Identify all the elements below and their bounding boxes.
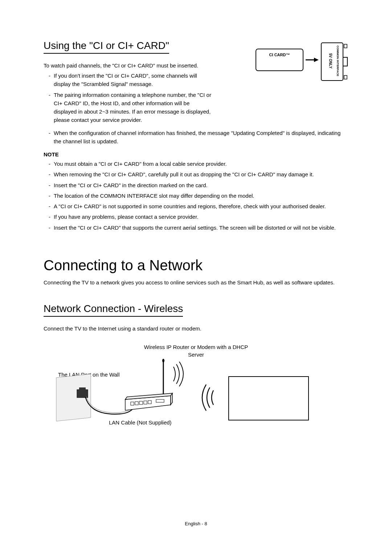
ci-card-label: CI CARD™	[269, 53, 290, 57]
note-bullet: Insert the "CI or CI+ CARD" in the direc…	[49, 181, 348, 189]
network-heading: Connecting to a Network	[44, 257, 348, 274]
tv-icon	[229, 377, 309, 420]
svg-rect-9	[79, 387, 86, 390]
svg-marker-2	[314, 58, 319, 62]
svg-rect-4	[344, 44, 347, 48]
ci-card-bullet: If you don't insert the "CI or CI+ CARD"…	[49, 71, 213, 89]
ci-card-diagram: CI CARD™ 5V ONLY COMMON INTERFACE	[254, 40, 348, 85]
ci-card-bullets-wide: When the configuration of channel inform…	[44, 129, 348, 146]
svg-rect-13	[131, 402, 134, 405]
svg-rect-5	[344, 75, 347, 79]
note-bullet: The location of the COMMON INTERFACE slo…	[49, 192, 348, 200]
note-bullet: You must obtain a "CI or CI+ CARD" from …	[49, 160, 348, 168]
router-icon	[125, 359, 172, 410]
svg-rect-14	[135, 402, 138, 405]
network-intro: Connecting the TV to a network gives you…	[44, 279, 348, 286]
note-bullet: When removing the "CI or CI+ CARD", care…	[49, 170, 348, 178]
wireless-heading: Network Connection - Wireless	[44, 303, 183, 317]
svg-rect-18	[156, 399, 164, 402]
svg-rect-6	[343, 57, 347, 66]
svg-rect-0	[256, 49, 303, 71]
page-footer: English - 8	[44, 521, 348, 526]
ci-card-bullet: When the configuration of channel inform…	[49, 129, 348, 146]
svg-point-12	[162, 359, 164, 362]
svg-rect-17	[148, 401, 151, 404]
note-bullet: A "CI or CI+ CARD" is not supported in s…	[49, 202, 348, 210]
svg-rect-15	[139, 401, 143, 405]
ci-card-bullet: The pairing information containing a tel…	[49, 91, 213, 124]
note-bullet: If you have any problems, please contact…	[49, 213, 348, 221]
wireless-diagram: Wireless IP Router or Modem with a DHCP …	[44, 343, 348, 427]
wifi-waves-left-icon	[202, 385, 213, 411]
ci-card-intro: To watch paid channels, the "CI or CI+ C…	[44, 62, 247, 69]
ci-card-bullets: If you don't insert the "CI or CI+ CARD"…	[44, 71, 247, 124]
note-bullet: Insert the "CI or CI+ CARD" that support…	[49, 223, 348, 232]
ci-slot-5v: 5V ONLY	[328, 53, 332, 69]
svg-rect-16	[144, 401, 147, 404]
ci-card-heading: Using the "CI or CI+ CARD"	[44, 40, 169, 54]
wifi-waves-right-icon	[173, 362, 183, 386]
note-label: NOTE	[44, 151, 348, 157]
ci-slot-common: COMMON INTERFACE	[336, 46, 339, 77]
note-bullets: You must obtain a "CI or CI+ CARD" from …	[44, 160, 348, 232]
wireless-intro: Connect the TV to the Internet using a s…	[44, 325, 348, 332]
